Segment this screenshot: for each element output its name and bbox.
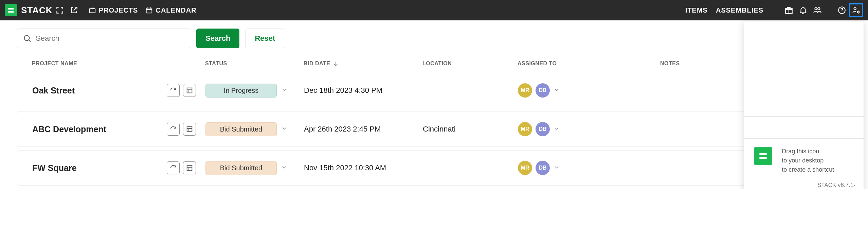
bell-icon[interactable]	[796, 3, 810, 17]
search-button[interactable]: Search	[196, 29, 239, 48]
menu-preferences[interactable]: Preferences	[744, 39, 864, 57]
search-input[interactable]	[36, 34, 184, 43]
account-dropdown: Account Settings Preferences Feature Req…	[744, 21, 864, 189]
chevron-down-icon[interactable]	[281, 125, 288, 133]
project-name[interactable]: Oak Street	[32, 86, 75, 96]
nav-assemblies[interactable]: ASSEMBLIES	[716, 6, 763, 14]
nav-calendar[interactable]: CALENDAR	[145, 6, 196, 14]
svg-point-3	[815, 7, 817, 10]
menu-excel-tools[interactable]: Excel Tools	[744, 97, 864, 114]
gift-icon[interactable]	[782, 3, 796, 17]
svg-rect-9	[187, 88, 192, 93]
nav-calendar-label: CALENDAR	[156, 6, 196, 14]
bid-date: Apr 26th 2023 2:45 PM	[304, 125, 423, 134]
avatar[interactable]: DB	[536, 122, 550, 136]
fullscreen-icon[interactable]	[53, 3, 67, 17]
shortcut-label: STACK	[752, 167, 774, 174]
status-badge[interactable]: In Progress	[205, 84, 277, 98]
svg-point-6	[854, 7, 856, 10]
col-status[interactable]: STATUS	[205, 60, 304, 67]
table-row: FW Square Bid Submitted Nov 15th 2022 10…	[17, 150, 851, 186]
avatar[interactable]: MR	[518, 83, 532, 98]
svg-rect-11	[187, 166, 192, 171]
chevron-down-icon[interactable]	[553, 125, 560, 133]
tip-line: Drag this icon	[782, 147, 836, 156]
refresh-icon[interactable]	[167, 123, 180, 136]
avatar[interactable]: MR	[518, 122, 532, 136]
avatar[interactable]: MR	[518, 161, 532, 175]
tip-line: to your desktop	[782, 156, 836, 165]
location: Cincinnati	[423, 125, 518, 134]
shortcut-tip: Drag this icon to your desktop to create…	[782, 147, 836, 174]
chevron-down-icon[interactable]	[281, 86, 288, 94]
open-external-icon[interactable]	[67, 3, 81, 17]
top-bar: STACK PROJECTS CALENDAR ITEMS ASSEMBLIES…	[0, 0, 868, 20]
menu-refer-earn[interactable]: Refer & Earn	[744, 79, 864, 97]
svg-rect-0	[89, 8, 95, 13]
menu-separator	[744, 138, 864, 139]
layout-icon[interactable]	[183, 84, 196, 97]
col-location[interactable]: LOCATION	[422, 60, 518, 67]
chevron-down-icon[interactable]	[553, 164, 560, 172]
account-settings-icon[interactable]	[849, 3, 863, 17]
bid-date: Nov 15th 2022 10:30 AM	[304, 163, 423, 172]
search-icon	[23, 34, 32, 43]
shortcut-icon[interactable]: STACK	[752, 147, 774, 174]
svg-rect-10	[187, 127, 192, 132]
col-bid-date[interactable]: BID DATE	[304, 60, 422, 67]
nav-items[interactable]: ITEMS	[685, 6, 708, 14]
menu-separator	[744, 59, 864, 59]
reset-button[interactable]: Reset	[246, 29, 284, 48]
people-icon[interactable]	[810, 3, 825, 17]
svg-point-7	[857, 11, 859, 13]
layout-icon[interactable]	[183, 123, 196, 136]
projects-table: PROJECT NAME STATUS BID DATE LOCATION AS…	[0, 54, 868, 186]
project-name[interactable]: ABC Development	[32, 124, 106, 134]
svg-point-4	[818, 7, 820, 10]
version-text: STACK v6.7.1- 20240118210407-93cfebfa	[744, 181, 864, 189]
refresh-icon[interactable]	[167, 84, 180, 97]
sort-desc-icon	[333, 60, 339, 67]
nav-projects[interactable]: PROJECTS	[89, 6, 138, 14]
brand-logo-icon	[5, 4, 17, 16]
status-badge[interactable]: Bid Submitted	[205, 161, 277, 175]
project-name[interactable]: FW Square	[32, 163, 77, 173]
status-badge[interactable]: Bid Submitted	[205, 122, 277, 136]
chevron-down-icon[interactable]	[553, 86, 560, 94]
table-row: ABC Development Bid Submitted Apr 26th 2…	[17, 111, 851, 147]
refresh-icon[interactable]	[167, 161, 180, 174]
nav-projects-label: PROJECTS	[99, 6, 138, 14]
brand-name: STACK	[21, 5, 53, 16]
help-icon[interactable]	[835, 3, 849, 17]
menu-logout[interactable]: Logout	[744, 119, 864, 136]
chevron-down-icon[interactable]	[281, 164, 288, 172]
table-row: Oak Street In Progress Dec 18th 2023 4:3…	[17, 73, 851, 108]
avatar[interactable]: DB	[536, 161, 550, 175]
bid-date: Dec 18th 2023 4:30 PM	[304, 86, 423, 95]
brand-block: STACK	[5, 4, 53, 16]
layout-icon[interactable]	[183, 161, 196, 174]
avatar[interactable]: DB	[536, 83, 550, 98]
toolbar: Search Reset	[0, 20, 868, 54]
menu-account-settings[interactable]: Account Settings	[744, 21, 864, 39]
col-assigned[interactable]: ASSIGNED TO	[518, 60, 660, 67]
svg-point-8	[24, 35, 29, 40]
table-header: PROJECT NAME STATUS BID DATE LOCATION AS…	[17, 54, 851, 73]
col-project-name[interactable]: PROJECT NAME	[32, 60, 205, 67]
search-box[interactable]	[17, 29, 190, 48]
tip-line: to create a shortcut.	[782, 165, 836, 174]
menu-footer: STACK Drag this icon to your desktop to …	[744, 141, 864, 181]
menu-feature-requests[interactable]: Feature Requests	[744, 61, 864, 79]
col-bid-label: BID DATE	[304, 60, 330, 67]
svg-rect-1	[146, 8, 152, 13]
menu-separator	[744, 116, 864, 117]
version-line: STACK v6.7.1-	[752, 181, 855, 189]
